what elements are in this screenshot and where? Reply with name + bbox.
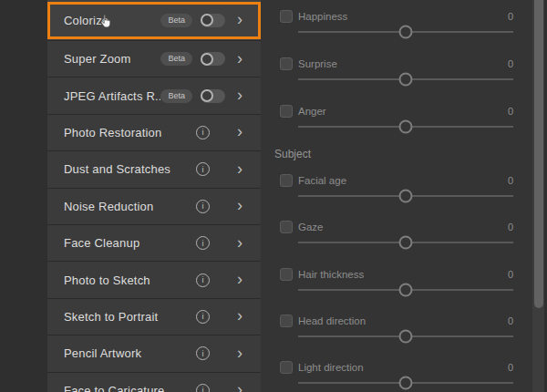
filter-label: Super Zoom — [64, 52, 160, 66]
checkbox-head-direction[interactable] — [280, 315, 293, 327]
slider-thumb[interactable] — [399, 190, 413, 203]
slider-label: Hair thickness — [298, 269, 508, 280]
slider-thumb[interactable] — [399, 330, 413, 344]
filter-label: Photo to Sketch — [64, 273, 196, 287]
slider-value: 0 — [508, 315, 513, 326]
slider-row-hair-thickness: Hair thickness 0 — [280, 265, 513, 296]
chevron-right-icon[interactable]: › — [237, 383, 243, 392]
filter-item-face-cleanup[interactable]: Face Cleanup i › — [47, 225, 261, 262]
slider-row-facial-age: Facial age 0 — [280, 171, 513, 202]
filter-item-super-zoom[interactable]: Super Zoom Beta › — [47, 41, 261, 77]
slider-row-head-direction: Head direction 0 — [280, 312, 513, 343]
slider-value: 0 — [508, 106, 513, 117]
scrollbar-thumb[interactable] — [534, 0, 543, 308]
slider-track[interactable] — [298, 284, 513, 296]
slider-thumb[interactable] — [399, 284, 413, 297]
toggle-switch[interactable] — [201, 14, 225, 27]
toggle-switch[interactable] — [201, 52, 225, 66]
chevron-right-icon[interactable]: › — [237, 162, 243, 175]
slider-label: Light direction — [298, 362, 508, 373]
info-icon[interactable]: i — [196, 346, 210, 360]
filter-item-dust-and-scratches[interactable]: Dust and Scratches i › — [47, 151, 261, 188]
slider-thumb[interactable] — [399, 236, 413, 250]
slider-label: Happiness — [298, 11, 508, 22]
slider-label: Gaze — [298, 222, 508, 232]
chevron-right-icon[interactable]: › — [237, 88, 243, 101]
slider-value: 0 — [508, 58, 513, 69]
slider-value: 0 — [508, 11, 513, 22]
info-icon[interactable]: i — [196, 273, 210, 287]
checkbox-anger[interactable] — [280, 105, 293, 118]
toggle-knob — [201, 14, 213, 26]
slider-row-happiness: Happiness 0 — [280, 7, 513, 38]
checkbox-happiness[interactable] — [280, 10, 293, 23]
slider-track[interactable] — [298, 73, 513, 86]
slider-value: 0 — [508, 175, 513, 186]
slider-thumb[interactable] — [399, 377, 413, 390]
filter-label: Pencil Artwork — [64, 346, 196, 360]
beta-badge: Beta — [160, 14, 192, 27]
info-icon[interactable]: i — [196, 384, 210, 392]
chevron-right-icon[interactable]: › — [237, 273, 243, 285]
info-icon[interactable]: i — [196, 236, 210, 250]
slider-row-light-direction: Light direction 0 — [280, 358, 513, 389]
chevron-right-icon[interactable]: › — [237, 309, 243, 322]
chevron-right-icon[interactable]: › — [237, 13, 243, 26]
filter-label: JPEG Artifacts R... — [64, 89, 160, 103]
slider-thumb[interactable] — [399, 26, 413, 39]
chevron-right-icon[interactable]: › — [237, 199, 243, 211]
info-icon[interactable]: i — [196, 162, 210, 176]
filter-item-face-to-caricature[interactable]: Face to Caricature i › — [47, 373, 261, 392]
info-icon[interactable]: i — [196, 126, 210, 139]
toggle-knob — [201, 53, 213, 66]
slider-row-gaze: Gaze 0 — [280, 218, 513, 249]
slider-track[interactable] — [298, 120, 513, 133]
filter-item-colorize[interactable]: Colorize Beta › — [47, 0, 261, 41]
filter-item-sketch-to-portrait[interactable]: Sketch to Portrait i › — [47, 299, 261, 335]
slider-track[interactable] — [298, 330, 513, 343]
neural-filters-panel: Colorize Beta › Super Zoom Beta › JPEG A… — [0, 0, 547, 392]
filter-item-noise-reduction[interactable]: Noise Reduction i › — [47, 189, 261, 225]
filter-item-photo-restoration[interactable]: Photo Restoration i › — [47, 115, 261, 151]
slider-thumb[interactable] — [399, 120, 413, 134]
slider-label: Head direction — [298, 315, 508, 326]
slider-track[interactable] — [298, 377, 513, 389]
slider-label: Facial age — [298, 175, 508, 186]
toggle-knob — [201, 89, 213, 102]
filter-label: Colorize — [64, 14, 160, 27]
chevron-right-icon[interactable]: › — [237, 125, 243, 138]
filter-item-photo-to-sketch[interactable]: Photo to Sketch i › — [47, 262, 261, 298]
slider-thumb[interactable] — [399, 73, 413, 87]
filter-label: Face to Caricature — [64, 384, 196, 392]
slider-value: 0 — [508, 362, 513, 373]
slider-track[interactable] — [298, 190, 513, 202]
slider-label: Anger — [298, 106, 508, 117]
chevron-right-icon[interactable]: › — [237, 236, 243, 249]
slider-value: 0 — [508, 269, 513, 280]
section-label-subject: Subject — [274, 148, 311, 160]
toggle-switch[interactable] — [201, 89, 225, 103]
slider-track[interactable] — [298, 26, 513, 38]
checkbox-surprise[interactable] — [280, 57, 293, 70]
filter-label: Face Cleanup — [64, 236, 196, 250]
checkbox-facial-age[interactable] — [280, 174, 293, 187]
beta-badge: Beta — [160, 89, 192, 103]
slider-label: Surprise — [298, 58, 508, 69]
filter-label: Photo Restoration — [64, 126, 196, 139]
filter-item-jpeg-artifacts[interactable]: JPEG Artifacts R... Beta › — [47, 77, 261, 114]
scrollbar-track[interactable] — [532, 0, 544, 392]
slider-settings-panel: Happiness 0 Surprise 0 Anger — [261, 0, 532, 392]
slider-value: 0 — [508, 222, 513, 232]
slider-track[interactable] — [298, 236, 513, 249]
checkbox-hair-thickness[interactable] — [280, 268, 293, 281]
chevron-right-icon[interactable]: › — [237, 346, 243, 359]
filter-item-pencil-artwork[interactable]: Pencil Artwork i › — [47, 335, 261, 372]
filter-list: Colorize Beta › Super Zoom Beta › JPEG A… — [47, 0, 261, 392]
checkbox-gaze[interactable] — [280, 221, 293, 233]
filter-label: Sketch to Portrait — [64, 310, 196, 324]
checkbox-light-direction[interactable] — [280, 361, 293, 374]
filter-label: Noise Reduction — [64, 200, 196, 213]
info-icon[interactable]: i — [196, 310, 210, 324]
chevron-right-icon[interactable]: › — [237, 52, 243, 65]
info-icon[interactable]: i — [196, 200, 210, 213]
